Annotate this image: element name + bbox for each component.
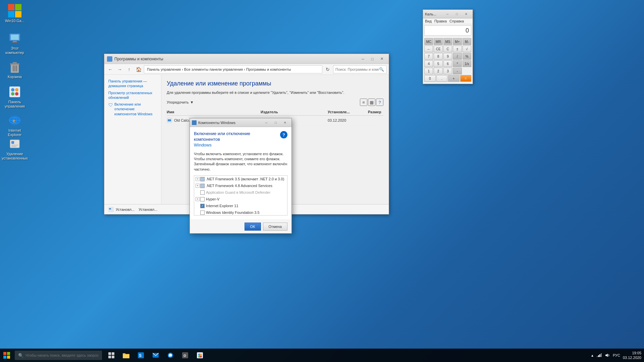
settings-btn[interactable]: ⚙ — [178, 349, 192, 362]
feature-item-hyperv[interactable]: + Hyper-V — [194, 196, 287, 202]
calc-8[interactable]: 8 — [434, 53, 442, 60]
feature-checkbox-identity[interactable] — [200, 210, 205, 215]
calc-sub[interactable]: - — [453, 68, 462, 74]
svg-rect-2 — [8, 11, 14, 17]
cp-maximize-btn[interactable]: □ — [368, 56, 377, 62]
feature-expand-net48[interactable]: + — [196, 184, 200, 188]
calc-close-btn[interactable]: ✕ — [462, 11, 471, 17]
sort-btn[interactable]: Упорядочить ▼ — [167, 100, 194, 104]
col-header-installed[interactable]: Установле... — [328, 110, 368, 114]
feature-item-identity[interactable]: Windows Identity Foundation 3.5 — [194, 209, 287, 215]
feature-checkbox-net35[interactable] — [200, 177, 205, 181]
feature-item-net35[interactable]: + .NET Framework 3.5 (включает .NET 2.0 … — [194, 176, 287, 182]
calc-mr[interactable]: MR — [434, 38, 442, 45]
calc-div[interactable]: / — [453, 53, 462, 60]
cp-back-btn[interactable]: ← — [106, 65, 114, 73]
sidebar-link-features[interactable]: 🛡 Включение или отключение компонентов W… — [108, 102, 157, 116]
calc-9[interactable]: 9 — [443, 53, 452, 60]
help-btn[interactable]: ? — [376, 99, 383, 106]
calc-c[interactable]: C — [443, 46, 452, 52]
calc-minimize-btn[interactable]: ─ — [443, 11, 452, 17]
detail-view-btn[interactable]: ▦ — [368, 99, 375, 106]
col-header-publisher[interactable]: Издатель — [261, 110, 328, 114]
calc-add[interactable]: + — [448, 75, 460, 82]
col-header-name[interactable]: Имя — [167, 110, 261, 114]
list-view-btn[interactable]: ≡ — [360, 99, 367, 106]
calc-menu-edit[interactable]: Правка — [434, 19, 447, 23]
sidebar-link-updates[interactable]: Просмотр установленных обновлений — [108, 90, 157, 100]
calc-5[interactable]: 5 — [434, 60, 442, 67]
taskbar-search[interactable]: 🔍 — [15, 351, 102, 360]
feature-checkbox-net48[interactable] — [200, 184, 205, 188]
calc-1[interactable]: 1 — [424, 68, 433, 74]
desktop-icon-uninstall[interactable]: Удаление установленных — [3, 136, 27, 162]
calc-back[interactable]: ← — [424, 46, 433, 52]
cp-search-box[interactable]: 🔍 — [333, 65, 387, 73]
cp-address-path[interactable]: Панель управления › Все элементы панели … — [144, 65, 322, 73]
calc-0[interactable]: 0 — [424, 75, 436, 82]
feature-checkbox-hyperv[interactable] — [200, 197, 205, 201]
desktop-icon-controlpanel[interactable]: Панель управления — [3, 84, 27, 110]
calc-ms[interactable]: MS — [443, 38, 452, 45]
features-minimize-btn[interactable]: ─ — [262, 119, 271, 126]
start-button[interactable] — [0, 349, 13, 362]
calc-2[interactable]: 2 — [434, 68, 442, 74]
cp-home-btn[interactable]: 🏠 — [135, 65, 143, 73]
task-view-btn[interactable] — [105, 349, 118, 362]
calc-7[interactable]: 7 — [424, 53, 433, 60]
calc-menu-help[interactable]: Справка — [449, 19, 464, 23]
taskbar-search-input[interactable] — [25, 353, 99, 357]
view-icons: ≡ ▦ ? — [360, 99, 383, 106]
feature-expand-net35[interactable]: + — [196, 177, 200, 181]
calc-6[interactable]: 6 — [443, 60, 452, 67]
features-ok-btn[interactable]: ОК — [245, 223, 261, 231]
calc-maximize-btn[interactable]: □ — [452, 11, 461, 17]
cp-minimize-btn[interactable]: ─ — [359, 56, 367, 62]
calc-buttons: MC MR MS M+ M- ← CE C ± √ 7 8 9 / % 4 5 … — [423, 37, 473, 84]
feature-checkbox-appguard[interactable] — [200, 190, 205, 195]
calc-inv[interactable]: 1/x — [463, 60, 471, 67]
cp-forward-btn[interactable]: → — [116, 65, 124, 73]
calc-ce[interactable]: CE — [434, 46, 442, 52]
desktop-icon-ie[interactable]: e Internet Explorer — [3, 112, 27, 138]
store-btn[interactable]: S — [134, 349, 148, 362]
desktop-icon-trash[interactable]: Корзина — [3, 59, 27, 80]
features-close-btn[interactable]: ✕ — [281, 119, 289, 126]
desktop-icon-thispc[interactable]: Этот компьютер — [3, 30, 27, 56]
feature-checkbox-ie11[interactable]: ✓ — [200, 204, 205, 208]
calc-sqrt[interactable]: √ — [463, 46, 471, 52]
system-tray-arrow[interactable]: ▲ — [591, 354, 594, 357]
sidebar-link-home[interactable]: Панель управления — домашняя страница — [108, 79, 157, 88]
col-header-size[interactable]: Размер — [368, 110, 389, 114]
calc-mminus[interactable]: M- — [463, 38, 471, 45]
calc-plusminus[interactable]: ± — [453, 46, 462, 52]
calc-3[interactable]: 3 — [443, 68, 452, 74]
edge-btn[interactable] — [164, 349, 177, 362]
calc-4[interactable]: 4 — [424, 60, 433, 67]
cp-refresh-btn[interactable]: ↻ — [324, 65, 332, 73]
cp-table-header: Имя Издатель Установле... Размер Версия — [167, 109, 383, 116]
file-explorer-btn[interactable] — [119, 349, 133, 362]
feature-item-net48[interactable]: + .NET Framework 4.8 Advanced Services — [194, 182, 287, 189]
features-maximize-btn[interactable]: □ — [271, 119, 280, 126]
mail-btn[interactable] — [149, 349, 162, 362]
cp-search-input[interactable] — [335, 67, 379, 71]
calc-equals[interactable]: = — [460, 75, 472, 82]
desktop-icon-win10[interactable]: Win10.Ga... — [3, 3, 27, 24]
calc-menu-view[interactable]: Вид — [425, 19, 432, 23]
features-info-icon[interactable]: ? — [280, 131, 287, 138]
calc-mc[interactable]: MC — [424, 38, 433, 45]
calc-pct[interactable]: % — [463, 53, 471, 60]
calc-mplus[interactable]: M+ — [453, 38, 462, 45]
feature-item-ie11[interactable]: ✓ Internet Explorer 11 — [194, 202, 287, 209]
feature-item-appguard[interactable]: Application Guard в Microsoft Defender — [194, 189, 287, 196]
calc-mul[interactable]: * — [453, 60, 462, 67]
feature-expand-hyperv[interactable]: + — [196, 197, 200, 201]
calc-dot[interactable]: . — [436, 75, 448, 82]
cp-up-btn[interactable]: ↑ — [125, 65, 133, 73]
features-dialog-titlebar: Компоненты Windows ─ □ ✕ — [190, 118, 291, 127]
features-cancel-btn[interactable]: Отмена — [263, 223, 287, 231]
features-list-container[interactable]: + .NET Framework 3.5 (включает .NET 2.0 … — [194, 175, 287, 216]
cp-close-btn[interactable]: ✕ — [377, 56, 386, 62]
taskbar-cp-btn[interactable] — [193, 349, 207, 362]
